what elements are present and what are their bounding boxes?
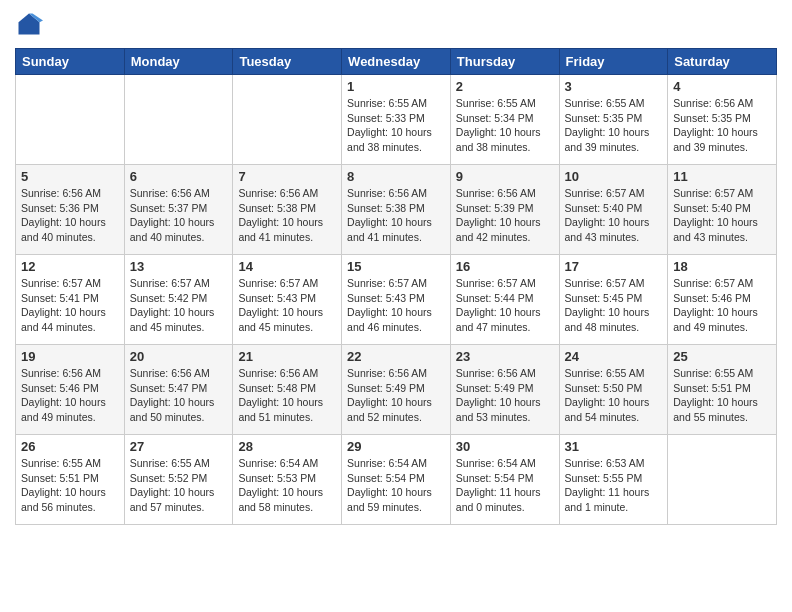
- day-info: Sunrise: 6:54 AM Sunset: 5:54 PM Dayligh…: [456, 456, 554, 515]
- day-number: 23: [456, 349, 554, 364]
- day-number: 31: [565, 439, 663, 454]
- calendar-cell: 25Sunrise: 6:55 AM Sunset: 5:51 PM Dayli…: [668, 345, 777, 435]
- calendar-cell: [668, 435, 777, 525]
- day-number: 22: [347, 349, 445, 364]
- day-info: Sunrise: 6:55 AM Sunset: 5:34 PM Dayligh…: [456, 96, 554, 155]
- calendar-cell: 9Sunrise: 6:56 AM Sunset: 5:39 PM Daylig…: [450, 165, 559, 255]
- day-number: 27: [130, 439, 228, 454]
- day-number: 28: [238, 439, 336, 454]
- weekday-header: Sunday: [16, 49, 125, 75]
- day-info: Sunrise: 6:56 AM Sunset: 5:46 PM Dayligh…: [21, 366, 119, 425]
- calendar-cell: 13Sunrise: 6:57 AM Sunset: 5:42 PM Dayli…: [124, 255, 233, 345]
- day-number: 2: [456, 79, 554, 94]
- day-info: Sunrise: 6:56 AM Sunset: 5:36 PM Dayligh…: [21, 186, 119, 245]
- day-info: Sunrise: 6:56 AM Sunset: 5:37 PM Dayligh…: [130, 186, 228, 245]
- day-info: Sunrise: 6:55 AM Sunset: 5:51 PM Dayligh…: [21, 456, 119, 515]
- day-info: Sunrise: 6:57 AM Sunset: 5:44 PM Dayligh…: [456, 276, 554, 335]
- calendar-cell: 31Sunrise: 6:53 AM Sunset: 5:55 PM Dayli…: [559, 435, 668, 525]
- day-number: 5: [21, 169, 119, 184]
- calendar-cell: 15Sunrise: 6:57 AM Sunset: 5:43 PM Dayli…: [342, 255, 451, 345]
- calendar-week-row: 19Sunrise: 6:56 AM Sunset: 5:46 PM Dayli…: [16, 345, 777, 435]
- calendar-week-row: 12Sunrise: 6:57 AM Sunset: 5:41 PM Dayli…: [16, 255, 777, 345]
- calendar-header: SundayMondayTuesdayWednesdayThursdayFrid…: [16, 49, 777, 75]
- day-info: Sunrise: 6:55 AM Sunset: 5:33 PM Dayligh…: [347, 96, 445, 155]
- day-number: 7: [238, 169, 336, 184]
- calendar-cell: 3Sunrise: 6:55 AM Sunset: 5:35 PM Daylig…: [559, 75, 668, 165]
- day-number: 14: [238, 259, 336, 274]
- day-info: Sunrise: 6:57 AM Sunset: 5:43 PM Dayligh…: [238, 276, 336, 335]
- day-number: 12: [21, 259, 119, 274]
- day-info: Sunrise: 6:57 AM Sunset: 5:41 PM Dayligh…: [21, 276, 119, 335]
- calendar-week-row: 1Sunrise: 6:55 AM Sunset: 5:33 PM Daylig…: [16, 75, 777, 165]
- day-number: 16: [456, 259, 554, 274]
- day-number: 18: [673, 259, 771, 274]
- day-number: 1: [347, 79, 445, 94]
- day-info: Sunrise: 6:54 AM Sunset: 5:53 PM Dayligh…: [238, 456, 336, 515]
- weekday-header: Friday: [559, 49, 668, 75]
- calendar-week-row: 26Sunrise: 6:55 AM Sunset: 5:51 PM Dayli…: [16, 435, 777, 525]
- day-number: 30: [456, 439, 554, 454]
- calendar-cell: 5Sunrise: 6:56 AM Sunset: 5:36 PM Daylig…: [16, 165, 125, 255]
- day-info: Sunrise: 6:53 AM Sunset: 5:55 PM Dayligh…: [565, 456, 663, 515]
- calendar-cell: 29Sunrise: 6:54 AM Sunset: 5:54 PM Dayli…: [342, 435, 451, 525]
- day-number: 8: [347, 169, 445, 184]
- header-row: SundayMondayTuesdayWednesdayThursdayFrid…: [16, 49, 777, 75]
- day-number: 24: [565, 349, 663, 364]
- day-number: 17: [565, 259, 663, 274]
- day-info: Sunrise: 6:56 AM Sunset: 5:38 PM Dayligh…: [347, 186, 445, 245]
- calendar-cell: 24Sunrise: 6:55 AM Sunset: 5:50 PM Dayli…: [559, 345, 668, 435]
- weekday-header: Tuesday: [233, 49, 342, 75]
- calendar-cell: 19Sunrise: 6:56 AM Sunset: 5:46 PM Dayli…: [16, 345, 125, 435]
- calendar-body: 1Sunrise: 6:55 AM Sunset: 5:33 PM Daylig…: [16, 75, 777, 525]
- day-info: Sunrise: 6:55 AM Sunset: 5:52 PM Dayligh…: [130, 456, 228, 515]
- logo: [15, 10, 47, 38]
- calendar-cell: 8Sunrise: 6:56 AM Sunset: 5:38 PM Daylig…: [342, 165, 451, 255]
- calendar-cell: 2Sunrise: 6:55 AM Sunset: 5:34 PM Daylig…: [450, 75, 559, 165]
- weekday-header: Thursday: [450, 49, 559, 75]
- day-info: Sunrise: 6:56 AM Sunset: 5:49 PM Dayligh…: [347, 366, 445, 425]
- calendar-table: SundayMondayTuesdayWednesdayThursdayFrid…: [15, 48, 777, 525]
- calendar-cell: 26Sunrise: 6:55 AM Sunset: 5:51 PM Dayli…: [16, 435, 125, 525]
- calendar-cell: [233, 75, 342, 165]
- calendar-cell: 14Sunrise: 6:57 AM Sunset: 5:43 PM Dayli…: [233, 255, 342, 345]
- calendar-cell: 17Sunrise: 6:57 AM Sunset: 5:45 PM Dayli…: [559, 255, 668, 345]
- day-number: 29: [347, 439, 445, 454]
- day-info: Sunrise: 6:57 AM Sunset: 5:46 PM Dayligh…: [673, 276, 771, 335]
- calendar-cell: 16Sunrise: 6:57 AM Sunset: 5:44 PM Dayli…: [450, 255, 559, 345]
- calendar-cell: 10Sunrise: 6:57 AM Sunset: 5:40 PM Dayli…: [559, 165, 668, 255]
- day-number: 11: [673, 169, 771, 184]
- day-info: Sunrise: 6:56 AM Sunset: 5:47 PM Dayligh…: [130, 366, 228, 425]
- day-info: Sunrise: 6:57 AM Sunset: 5:40 PM Dayligh…: [565, 186, 663, 245]
- day-number: 26: [21, 439, 119, 454]
- calendar-cell: 18Sunrise: 6:57 AM Sunset: 5:46 PM Dayli…: [668, 255, 777, 345]
- day-number: 20: [130, 349, 228, 364]
- day-number: 9: [456, 169, 554, 184]
- calendar-cell: 7Sunrise: 6:56 AM Sunset: 5:38 PM Daylig…: [233, 165, 342, 255]
- day-info: Sunrise: 6:56 AM Sunset: 5:39 PM Dayligh…: [456, 186, 554, 245]
- calendar-cell: 1Sunrise: 6:55 AM Sunset: 5:33 PM Daylig…: [342, 75, 451, 165]
- day-info: Sunrise: 6:57 AM Sunset: 5:43 PM Dayligh…: [347, 276, 445, 335]
- day-info: Sunrise: 6:57 AM Sunset: 5:45 PM Dayligh…: [565, 276, 663, 335]
- calendar-cell: 12Sunrise: 6:57 AM Sunset: 5:41 PM Dayli…: [16, 255, 125, 345]
- day-number: 10: [565, 169, 663, 184]
- day-number: 6: [130, 169, 228, 184]
- calendar-cell: 23Sunrise: 6:56 AM Sunset: 5:49 PM Dayli…: [450, 345, 559, 435]
- day-number: 3: [565, 79, 663, 94]
- weekday-header: Wednesday: [342, 49, 451, 75]
- day-number: 25: [673, 349, 771, 364]
- day-info: Sunrise: 6:56 AM Sunset: 5:49 PM Dayligh…: [456, 366, 554, 425]
- day-info: Sunrise: 6:57 AM Sunset: 5:42 PM Dayligh…: [130, 276, 228, 335]
- calendar-cell: [124, 75, 233, 165]
- day-info: Sunrise: 6:56 AM Sunset: 5:48 PM Dayligh…: [238, 366, 336, 425]
- calendar-cell: 20Sunrise: 6:56 AM Sunset: 5:47 PM Dayli…: [124, 345, 233, 435]
- day-info: Sunrise: 6:57 AM Sunset: 5:40 PM Dayligh…: [673, 186, 771, 245]
- day-number: 19: [21, 349, 119, 364]
- calendar-cell: 21Sunrise: 6:56 AM Sunset: 5:48 PM Dayli…: [233, 345, 342, 435]
- weekday-header: Saturday: [668, 49, 777, 75]
- calendar-cell: 6Sunrise: 6:56 AM Sunset: 5:37 PM Daylig…: [124, 165, 233, 255]
- day-info: Sunrise: 6:54 AM Sunset: 5:54 PM Dayligh…: [347, 456, 445, 515]
- page-container: SundayMondayTuesdayWednesdayThursdayFrid…: [0, 0, 792, 535]
- day-info: Sunrise: 6:56 AM Sunset: 5:38 PM Dayligh…: [238, 186, 336, 245]
- calendar-cell: 4Sunrise: 6:56 AM Sunset: 5:35 PM Daylig…: [668, 75, 777, 165]
- day-number: 4: [673, 79, 771, 94]
